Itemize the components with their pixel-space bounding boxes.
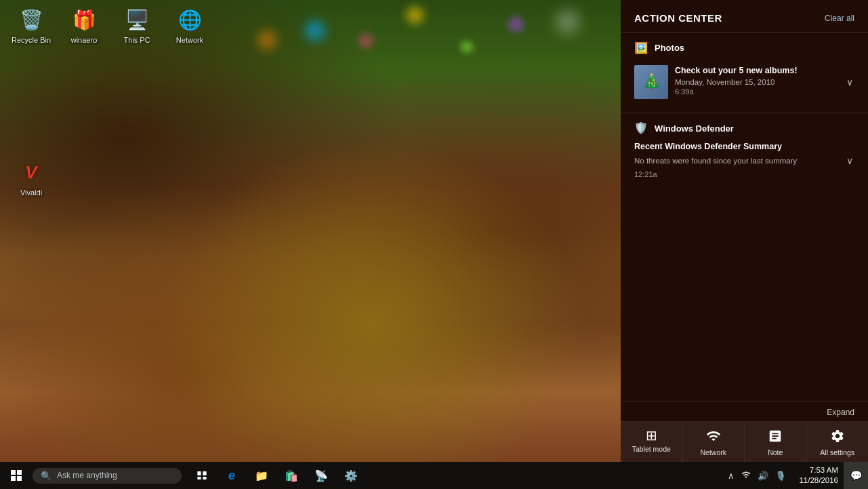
notification-thumbnail: 🎄 <box>634 65 668 99</box>
search-icon: 🔍 <box>41 471 51 481</box>
tablet-mode-icon: ⊞ <box>646 429 657 442</box>
svg-rect-6 <box>197 477 201 480</box>
network-quick-action-icon <box>706 429 721 446</box>
winaero-icon: 🎁 <box>70 6 98 33</box>
photos-app-name: Photos <box>655 43 684 53</box>
svg-rect-1 <box>17 470 22 475</box>
svg-rect-2 <box>11 476 16 481</box>
tray-network-icon[interactable] <box>739 467 753 484</box>
vivaldi-icon: V <box>18 159 45 186</box>
desktop-icon-recycle-bin[interactable]: 🗑️ Recycle Bin <box>7 3 56 47</box>
desktop-icon-vivaldi[interactable]: V Vivaldi <box>7 156 56 200</box>
defender-time: 12:21a <box>634 170 854 178</box>
note-icon <box>768 429 783 446</box>
all-settings-icon <box>830 429 845 446</box>
expand-button[interactable]: Expand <box>827 408 854 417</box>
tablet-mode-button[interactable]: ⊞ Tablet mode <box>621 422 683 462</box>
notification-time: 6:39a <box>675 87 838 96</box>
note-button[interactable]: Note <box>745 422 807 462</box>
desktop-icon-this-pc[interactable]: 🖥️ This PC <box>112 3 161 47</box>
file-explorer-button[interactable]: 📁 <box>247 462 276 489</box>
search-text: Ask me anything <box>57 471 117 480</box>
tray-mic-icon[interactable]: 🎙️ <box>773 468 788 484</box>
taskbar: 🔍 Ask me anything e 📁 🛍️ 📡 ⚙️ ∧ 🔊 🎙️ 7:5… <box>0 462 868 489</box>
svg-rect-7 <box>203 477 206 480</box>
edge-icon: e <box>228 469 235 483</box>
network-label: Network <box>176 36 203 45</box>
defender-header: 🛡️ Windows Defender <box>634 121 854 135</box>
clock-time: 7:53 AM <box>810 465 838 475</box>
connect-button[interactable]: 📡 <box>306 462 336 489</box>
tray-volume-icon[interactable]: 🔊 <box>756 468 770 484</box>
wallpaper <box>0 0 621 462</box>
svg-rect-3 <box>17 476 22 481</box>
svg-rect-5 <box>203 471 206 475</box>
defender-notification-body: No threats were found since your last su… <box>634 154 854 168</box>
this-pc-icon: 🖥️ <box>123 6 150 33</box>
action-center-title: ACTION CENTER <box>634 12 722 24</box>
svg-rect-4 <box>197 471 201 475</box>
defender-body-text: No threats were found since your last su… <box>634 155 797 166</box>
photos-app-icon: 🖼️ <box>634 41 648 54</box>
tablet-mode-label: Tablet mode <box>632 445 671 453</box>
store-icon: 🛍️ <box>285 469 298 482</box>
expand-row: Expand <box>621 402 868 422</box>
svg-rect-0 <box>11 470 16 475</box>
tray-up-arrow-icon[interactable]: ∧ <box>726 468 737 484</box>
desktop-icon-network[interactable]: 🌐 Network <box>165 3 214 47</box>
defender-notification-section: 🛡️ Windows Defender Recent Windows Defen… <box>621 113 868 187</box>
notification-title: Check out your 5 new albums! <box>675 65 838 76</box>
clock[interactable]: 7:53 AM 11/28/2016 <box>793 463 844 488</box>
connect-icon: 📡 <box>314 469 328 482</box>
defender-notification-title: Recent Windows Defender Summary <box>634 142 854 151</box>
this-pc-label: This PC <box>123 36 150 45</box>
search-bar[interactable]: 🔍 Ask me anything <box>33 468 182 484</box>
start-button[interactable] <box>0 462 33 489</box>
recycle-bin-icon: 🗑️ <box>18 6 45 33</box>
file-explorer-icon: 📁 <box>255 469 268 482</box>
network-quick-action-button[interactable]: Network <box>683 422 745 462</box>
action-center-footer: Expand ⊞ Tablet mode Network Note <box>621 402 868 462</box>
defender-icon: 🛡️ <box>634 121 648 135</box>
notification-date: Monday, November 15, 2010 <box>675 77 838 87</box>
note-label: Note <box>768 448 783 456</box>
action-center-panel: ACTION CENTER Clear all 🖼️ Photos 🎄 Chec… <box>621 0 868 462</box>
edge-browser-button[interactable]: e <box>217 462 247 489</box>
photos-notification-section: 🖼️ Photos 🎄 Check out your 5 new albums!… <box>621 32 868 113</box>
photos-notification-card[interactable]: 🎄 Check out your 5 new albums! Monday, N… <box>634 60 854 104</box>
recycle-bin-label: Recycle Bin <box>12 36 51 45</box>
clear-all-button[interactable]: Clear all <box>825 14 854 23</box>
defender-app-name: Windows Defender <box>655 123 734 134</box>
settings-button[interactable]: ⚙️ <box>336 462 366 489</box>
store-button[interactable]: 🛍️ <box>276 462 306 489</box>
action-center-header: ACTION CENTER Clear all <box>621 0 868 32</box>
clock-date: 11/28/2016 <box>799 475 838 486</box>
notification-center-button[interactable]: 💬 <box>844 462 868 489</box>
task-view-button[interactable] <box>187 462 217 489</box>
vivaldi-label: Vivaldi <box>20 189 42 197</box>
notification-expand-button[interactable]: ∨ <box>845 75 854 89</box>
taskbar-right: ∧ 🔊 🎙️ 7:53 AM 11/28/2016 💬 <box>720 462 868 489</box>
network-quick-action-label: Network <box>700 448 726 456</box>
all-settings-label: All settings <box>820 448 854 456</box>
notification-icon: 💬 <box>850 470 862 481</box>
desktop-icon-winaero[interactable]: 🎁 winaero <box>60 3 108 47</box>
quick-actions-bar: ⊞ Tablet mode Network Note All settings <box>621 422 868 462</box>
notification-content: Check out your 5 new albums! Monday, Nov… <box>675 65 838 96</box>
desktop: 🗑️ Recycle Bin 🎁 winaero 🖥️ This PC 🌐 Ne… <box>0 0 621 462</box>
network-desktop-icon: 🌐 <box>176 6 203 33</box>
system-tray: ∧ 🔊 🎙️ <box>720 467 793 484</box>
all-settings-button[interactable]: All settings <box>807 422 869 462</box>
settings-icon: ⚙️ <box>344 469 358 482</box>
defender-expand-button[interactable]: ∨ <box>845 154 854 168</box>
photos-app-header: 🖼️ Photos <box>634 41 854 54</box>
winaero-label: winaero <box>71 36 98 45</box>
